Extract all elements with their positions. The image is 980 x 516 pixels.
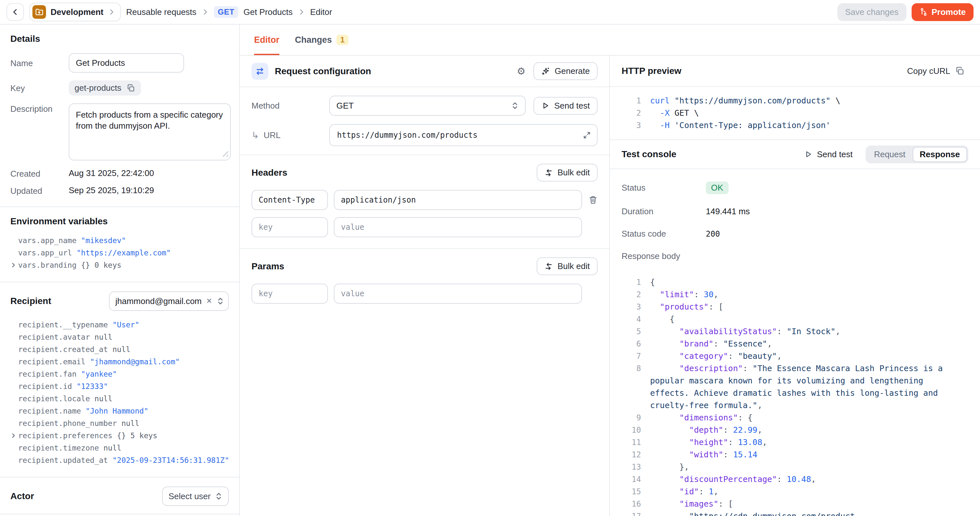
- code-line: 12 "width": 15.14: [624, 449, 971, 461]
- promote-button[interactable]: Promote: [912, 3, 974, 21]
- recipient-select[interactable]: jhammond@gmail.com ✕: [109, 291, 229, 311]
- env-heading: Environment variables: [10, 216, 229, 226]
- tree-value: "12333": [76, 382, 108, 390]
- line-number: 6: [624, 338, 641, 350]
- toggle-request[interactable]: Request: [867, 147, 913, 162]
- tab-editor[interactable]: Editor: [254, 25, 279, 55]
- code-line: 17 "https://cdn.dummyjson.com/product-im…: [624, 510, 971, 516]
- tree-row[interactable]: recipient.preferences{} 5 keys: [18, 430, 229, 442]
- url-row: ↳ URL: [240, 124, 609, 146]
- tree-row[interactable]: recipient.created_atnull: [18, 343, 229, 355]
- tree-value: null: [113, 345, 130, 354]
- toggle-response[interactable]: Response: [913, 147, 967, 162]
- code-text: "id": 1,: [650, 486, 719, 498]
- copy-curl-button[interactable]: Copy cURL: [903, 65, 968, 77]
- breadcrumb-project: Development: [51, 7, 103, 17]
- code-text: "depth": 22.99,: [650, 424, 762, 436]
- code-text: "limit": 30,: [650, 288, 719, 301]
- generate-button[interactable]: Generate: [533, 62, 598, 80]
- tree-row[interactable]: recipient.phone_numbernull: [18, 417, 229, 430]
- tree-key: recipient.locale: [18, 395, 90, 403]
- line-number: 17: [624, 510, 641, 516]
- line-number: 15: [624, 486, 641, 498]
- description-textarea[interactable]: Fetch products from a specific category …: [69, 104, 231, 161]
- line-number: 4: [624, 313, 641, 325]
- recipient-section: Recipient jhammond@gmail.com ✕ recipient…: [0, 282, 239, 477]
- tree-value: null: [121, 419, 139, 427]
- headers-section: Headers Bulk edit: [240, 155, 609, 248]
- header-value-input[interactable]: [334, 190, 582, 210]
- tree-key: recipient.avatar: [18, 333, 90, 341]
- tree-row[interactable]: recipient.name"John Hammond": [18, 405, 229, 417]
- tree-row[interactable]: vars.branding{} 0 keys: [18, 259, 229, 271]
- line-number: 9: [624, 412, 641, 424]
- tree-key: recipient.name: [18, 407, 81, 415]
- tree-row[interactable]: recipient.id"12333": [18, 380, 229, 392]
- console-send-test-button[interactable]: Send test: [800, 149, 856, 160]
- settings-gear-icon[interactable]: ⚙: [515, 64, 527, 78]
- env-var-tree: vars.app_name"mikesdev" vars.app_url"htt…: [18, 234, 229, 271]
- tree-row[interactable]: recipient.email"jhammond@gmail.com": [18, 355, 229, 368]
- header-value-input[interactable]: [334, 217, 582, 237]
- url-input[interactable]: [329, 124, 598, 146]
- method-select[interactable]: GET: [329, 96, 526, 116]
- target-section: Target Select tenant: [0, 514, 239, 516]
- tree-row[interactable]: recipient.localenull: [18, 392, 229, 405]
- headers-title: Headers: [251, 167, 288, 178]
- method-badge: GET: [214, 6, 238, 18]
- response-body-label: Response body: [622, 251, 706, 261]
- param-key-input[interactable]: [251, 283, 328, 304]
- code-line: 8 "description": "The Essence Mascara La…: [624, 362, 971, 412]
- back-button[interactable]: [6, 3, 24, 21]
- line-number: 14: [624, 473, 641, 486]
- tree-key: vars.app_name: [18, 236, 76, 245]
- status-code-label: Status code: [622, 229, 706, 239]
- tree-row[interactable]: recipient.timezonenull: [18, 442, 229, 454]
- recipient-tree: recipient.__typename"User" recipient.ava…: [18, 319, 229, 467]
- tab-changes[interactable]: Changes 1: [295, 25, 348, 55]
- chevron-right-icon: [108, 8, 115, 16]
- tree-key: recipient.email: [18, 357, 86, 366]
- duration-row: Duration 149.441 ms: [610, 207, 980, 217]
- project-switcher[interactable]: Development: [29, 3, 121, 21]
- method-row: Method GET Send test: [240, 96, 609, 116]
- code-line: 1 {: [624, 276, 971, 288]
- tree-row[interactable]: recipient.__typename"User": [18, 319, 229, 331]
- expand-icon[interactable]: [583, 131, 591, 139]
- updated-label: Updated: [10, 185, 69, 196]
- copy-icon[interactable]: [127, 84, 135, 92]
- code-line: 9 "dimensions": {: [624, 412, 971, 424]
- header-key-input[interactable]: [251, 190, 328, 210]
- breadcrumb-requests[interactable]: Reusable requests: [126, 7, 196, 17]
- chevron-right-icon[interactable]: [10, 433, 16, 438]
- actor-select[interactable]: Select user: [162, 486, 229, 506]
- clear-icon[interactable]: ✕: [206, 297, 212, 305]
- details-sidebar: Details Name Key get-products Descriptio…: [0, 25, 240, 516]
- name-input[interactable]: [69, 53, 184, 73]
- tree-key: recipient.updated_at: [18, 456, 108, 465]
- tree-row[interactable]: recipient.avatarnull: [18, 331, 229, 343]
- send-test-button[interactable]: Send test: [533, 97, 598, 115]
- status-badge: OK: [706, 182, 729, 194]
- breadcrumb-request-name[interactable]: Get Products: [243, 7, 293, 17]
- header-key-input[interactable]: [251, 217, 328, 237]
- tree-key: recipient.created_at: [18, 345, 108, 354]
- trash-icon[interactable]: [589, 196, 598, 204]
- save-changes-button[interactable]: Save changes: [837, 3, 907, 21]
- method-label: Method: [251, 101, 321, 111]
- tree-key: recipient.preferences: [18, 432, 113, 440]
- headers-bulk-edit-button[interactable]: Bulk edit: [537, 164, 598, 182]
- param-value-input[interactable]: [334, 283, 582, 304]
- chevron-right-icon[interactable]: [10, 262, 16, 268]
- tree-row[interactable]: vars.app_name"mikesdev": [18, 234, 229, 247]
- code-text: -H 'Content-Type: application/json': [650, 119, 830, 132]
- params-bulk-edit-button[interactable]: Bulk edit: [537, 257, 598, 275]
- tree-row[interactable]: recipient.updated_at"2025-09-23T14:56:31…: [18, 454, 229, 467]
- chevron-right-icon: [202, 8, 209, 16]
- tree-value: "https://example.com": [76, 248, 171, 257]
- tree-row[interactable]: vars.app_url"https://example.com": [18, 247, 229, 259]
- line-number: 11: [624, 436, 641, 449]
- tree-key: recipient.timezone: [18, 444, 99, 452]
- code-line: 10 "depth": 22.99,: [624, 424, 971, 436]
- tree-row[interactable]: recipient.fan"yankee": [18, 368, 229, 380]
